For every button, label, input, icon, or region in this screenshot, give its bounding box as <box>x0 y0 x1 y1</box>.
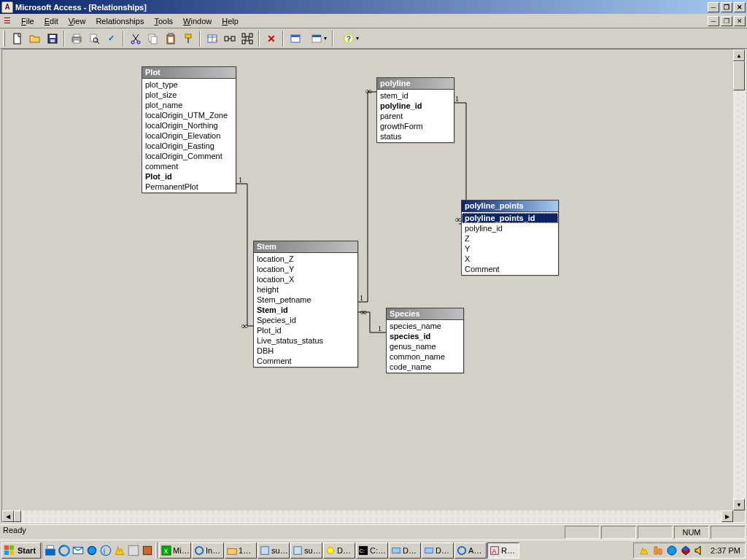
field-pp-id[interactable]: polyline_points_id <box>462 213 558 223</box>
mdi-minimize-button[interactable]: ─ <box>708 16 719 26</box>
save-button[interactable] <box>44 31 61 47</box>
field-localorigin-elevation[interactable]: localOrigin_Elevation <box>142 131 236 141</box>
table-polyline-points-title[interactable]: polyline_points <box>462 201 558 212</box>
ql-oe-icon[interactable] <box>71 544 85 557</box>
table-stem[interactable]: Stem location_Z location_Y location_X he… <box>253 241 358 368</box>
mdi-close-button[interactable]: ✕ <box>734 16 746 26</box>
vertical-scrollbar[interactable]: ▲ ▼ <box>733 50 745 510</box>
menu-help[interactable]: Help <box>217 15 244 27</box>
scroll-thumb-v[interactable] <box>733 61 745 90</box>
field-stem-id[interactable]: Stem_id <box>254 305 357 315</box>
menu-edit[interactable]: Edit <box>39 15 63 27</box>
task-10[interactable]: A… <box>454 542 487 559</box>
field-localorigin-northing[interactable]: localOrigin_Northing <box>142 120 236 131</box>
field-stem-dbh[interactable]: DBH <box>254 346 357 356</box>
field-plot-name[interactable]: plot_name <box>142 100 236 110</box>
table-polyline-title[interactable]: polyline <box>377 78 454 90</box>
field-polyline-growthform[interactable]: growthForm <box>377 121 454 131</box>
mdi-restore-button[interactable]: ❐ <box>721 16 732 26</box>
mdi-icon[interactable]: ☰ <box>1 15 13 27</box>
print-preview-button[interactable] <box>85 31 102 47</box>
table-plot[interactable]: Plot plot_type plot_size plot_name local… <box>142 66 236 193</box>
tray-icon-4[interactable] <box>680 545 692 556</box>
task-8[interactable]: D… <box>389 542 421 559</box>
menu-tools[interactable]: Tools <box>149 15 178 27</box>
table-stem-title[interactable]: Stem <box>254 241 357 253</box>
ql-icon-7[interactable] <box>127 544 140 557</box>
menu-window[interactable]: Window <box>178 15 217 27</box>
field-species-id[interactable]: species_id <box>387 331 463 341</box>
field-stem-livestatus[interactable]: Live_status_status <box>254 335 357 346</box>
table-plot-title[interactable]: Plot <box>142 67 236 79</box>
menu-relationships[interactable]: Relationships <box>90 15 149 27</box>
task-ie[interactable]: In… <box>192 542 224 559</box>
format-painter-button[interactable] <box>179 31 196 47</box>
field-polyline-status[interactable]: status <box>377 131 454 141</box>
relationships-canvas[interactable]: 1 ∞ 1 ∞ 1 ∞ ∞ 1 Plot plot_type plot_size… <box>1 49 746 523</box>
field-pp-z[interactable]: Z <box>462 233 558 244</box>
field-pp-y[interactable]: Y <box>462 244 558 254</box>
field-plot-comment[interactable]: comment <box>142 161 236 171</box>
ql-icon-5[interactable]: i <box>99 544 112 557</box>
field-genus-name[interactable]: genus_name <box>387 341 463 351</box>
menu-file[interactable]: File <box>16 15 39 27</box>
new-object-button[interactable] <box>287 31 303 47</box>
field-pp-polylineid[interactable]: polyline_id <box>462 223 558 233</box>
close-button[interactable]: ✕ <box>734 2 746 12</box>
ql-icon[interactable] <box>44 544 57 557</box>
table-species-title[interactable]: Species <box>387 308 463 320</box>
field-common-name[interactable]: common_name <box>387 351 463 362</box>
open-button[interactable] <box>26 31 43 47</box>
help-button[interactable]: ? <box>336 31 361 47</box>
field-stem-petname[interactable]: Stem_petname <box>254 295 357 305</box>
minimize-button[interactable]: ─ <box>708 2 719 12</box>
scroll-left-button[interactable]: ◀ <box>2 510 14 522</box>
field-pp-x[interactable]: X <box>462 254 558 264</box>
field-plot-size[interactable]: plot_size <box>142 90 236 100</box>
show-all-relationships-button[interactable] <box>239 31 255 47</box>
toolbar-grip[interactable] <box>3 31 5 47</box>
scroll-thumb-h[interactable] <box>14 510 21 522</box>
field-stem-speciesid[interactable]: Species_id <box>254 315 357 325</box>
field-stem-loc-z[interactable]: location_Z <box>254 254 357 264</box>
field-localorigin-comment[interactable]: localOrigin_Comment <box>142 151 236 161</box>
table-polyline[interactable]: polyline stem_id polyline_id parent grow… <box>376 77 454 143</box>
task-5[interactable]: su… <box>290 542 322 559</box>
field-stem-loc-x[interactable]: location_X <box>254 274 357 284</box>
field-plot-type[interactable]: plot_type <box>142 79 236 90</box>
field-stem-loc-y[interactable]: location_Y <box>254 264 357 274</box>
field-permanentplot[interactable]: PermanentPlot <box>142 182 236 192</box>
field-pp-comment[interactable]: Comment <box>462 264 558 274</box>
show-table-button[interactable]: + <box>204 31 220 47</box>
field-stem-comment[interactable]: Comment <box>254 356 357 366</box>
tray-icon-1[interactable] <box>638 545 650 556</box>
ql-ie-icon[interactable] <box>58 544 71 557</box>
field-localorigin-utm[interactable]: localOrigin_UTM_Zone <box>142 110 236 120</box>
spelling-button[interactable]: ✓ <box>103 31 120 47</box>
table-polyline-points[interactable]: polyline_points polyline_points_id polyl… <box>461 200 559 276</box>
field-plot-id[interactable]: Plot_id <box>142 171 236 182</box>
scroll-down-button[interactable]: ▼ <box>733 499 745 510</box>
new-button[interactable] <box>9 31 26 47</box>
ql-icon-8[interactable] <box>141 544 154 557</box>
paste-button[interactable] <box>162 31 179 47</box>
scroll-up-button[interactable]: ▲ <box>733 50 745 61</box>
tray-icon-3[interactable] <box>666 545 678 556</box>
ql-icon-6[interactable] <box>113 544 126 557</box>
menu-view[interactable]: View <box>63 15 91 27</box>
horizontal-scrollbar[interactable]: ◀ ▶ <box>2 510 733 522</box>
task-explorer[interactable]: 1… <box>225 542 257 559</box>
field-stem-plotid[interactable]: Plot_id <box>254 325 357 335</box>
task-access[interactable]: AR… <box>487 542 519 559</box>
start-button[interactable]: Start <box>1 542 41 559</box>
tray-volume-icon[interactable] <box>694 545 705 556</box>
field-polyline-stemid[interactable]: stem_id <box>377 90 454 101</box>
task-9[interactable]: D… <box>422 542 454 559</box>
field-polyline-id[interactable]: polyline_id <box>377 101 454 111</box>
restore-button[interactable]: ❐ <box>721 2 732 12</box>
field-localorigin-easting[interactable]: localOrigin_Easting <box>142 141 236 151</box>
field-species-name[interactable]: species_name <box>387 321 463 331</box>
field-stem-height[interactable]: height <box>254 284 357 295</box>
cut-button[interactable] <box>127 31 144 47</box>
database-window-button[interactable] <box>304 31 329 47</box>
